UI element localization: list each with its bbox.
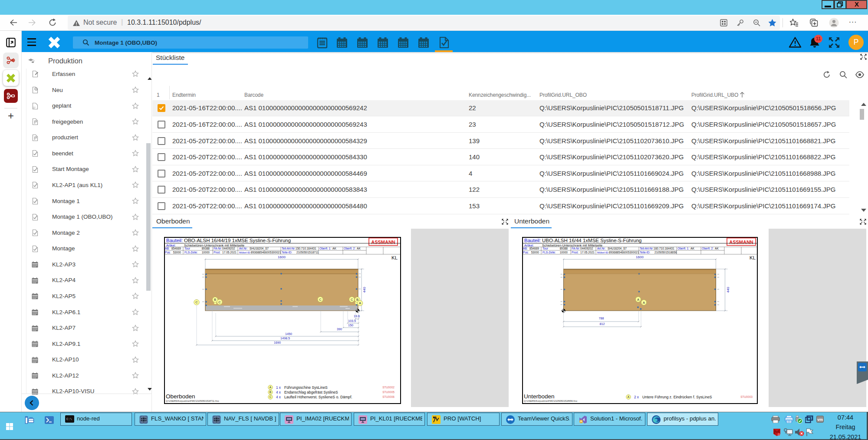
svg-text:AK: AK <box>715 247 719 250</box>
svg-text:1690: 1690 <box>274 341 281 345</box>
svg-text:Oberfl. 2:: Oberfl. 2: <box>344 247 355 250</box>
svg-text:440: 440 <box>362 287 366 293</box>
svg-text:Q:\USERS\Korpuslinie\FMC\21050: Q:\USERS\Korpuslinie\FMC\21050501518656.… <box>524 400 577 402</box>
svg-text:17.05.2021: 17.05.2021 <box>222 251 237 254</box>
svg-text:Tour: Tour <box>542 247 549 250</box>
svg-text:Bauteil:: Bauteil: <box>166 238 183 243</box>
svg-text:103.5: 103.5 <box>348 319 356 323</box>
svg-text:17.05.2021: 17.05.2021 <box>580 251 595 254</box>
svg-text:8936885466005300021: 8936885466005300021 <box>251 251 281 254</box>
svg-text:vm: vm <box>817 417 823 421</box>
svg-text:Art.Nr:: Art.Nr: <box>597 247 605 250</box>
svg-text:Schiebetüren-Unterschrank mit: Schiebetüren-Unterschrank mit Mittelseit… <box>184 243 244 247</box>
svg-text:1450: 1450 <box>285 332 292 336</box>
svg-text:04409202: 04409202 <box>580 247 593 250</box>
svg-text:Laufteil Höhenverst. SyslieneS: Laufteil Höhenverst. SyslieneS o. Dämpf. <box>284 395 352 399</box>
svg-text:21050501518711: 21050501518711 <box>296 251 319 254</box>
svg-text:788: 788 <box>599 316 604 320</box>
svg-text:AK: AK <box>690 247 694 250</box>
svg-text:AK: AK <box>332 247 336 250</box>
svg-text:FA-Nr:: FA-Nr: <box>572 247 580 250</box>
svg-text:4 x: 4 x <box>276 391 281 394</box>
svg-text:390: 390 <box>337 327 342 331</box>
svg-text:Tour: Tour <box>184 247 191 250</box>
svg-text:53000: 53000 <box>173 251 181 254</box>
svg-text:Prod:: Prod: <box>572 251 579 254</box>
svg-text:SHU16204_S7: SHU16204_S7 <box>608 247 627 250</box>
svg-text:KL: KL <box>391 255 398 260</box>
svg-text:Unterboden: Unterboden <box>524 393 555 400</box>
svg-text:854669: 854669 <box>529 247 539 250</box>
svg-text:A: A <box>359 301 361 305</box>
svg-text:2 x: 2 x <box>634 395 639 399</box>
svg-text:Pos:: Pos: <box>523 251 529 254</box>
svg-text:A: A <box>643 301 645 305</box>
svg-text:19.6: 19.6 <box>354 314 360 318</box>
svg-text:1498.5: 1498.5 <box>280 336 290 340</box>
svg-text:1 x: 1 x <box>276 386 281 390</box>
svg-text:A: A <box>270 386 272 389</box>
svg-text:Pos:: Pos: <box>165 251 171 254</box>
svg-text:A: A <box>637 298 639 302</box>
svg-text:STU0005: STU0005 <box>382 391 395 394</box>
svg-text:Bauteil:: Bauteil: <box>524 238 541 243</box>
svg-text:89388: 89388 <box>202 247 210 250</box>
svg-text:FLS-Zeile:: FLS-Zeile: <box>542 251 556 254</box>
svg-text:812: 812 <box>600 322 605 326</box>
svg-text:C: C <box>319 298 322 302</box>
svg-text:1600: 1600 <box>636 255 644 259</box>
svg-text:Teil-Art-Nr:: Teil-Art-Nr: <box>282 247 296 250</box>
svg-text:10000: 10000 <box>560 251 568 254</box>
svg-text:Teil-Art-Nr:: Teil-Art-Nr: <box>640 247 654 250</box>
svg-text:440: 440 <box>726 287 730 293</box>
svg-text:Oberfl. 2:: Oberfl. 2: <box>702 247 713 250</box>
svg-text:C: C <box>351 298 353 302</box>
svg-text:Führungsschine SysLineS: Führungsschine SysLineS <box>284 385 328 390</box>
svg-text:OBO-ALSH 16/44/19 1xMSE Syslin: OBO-ALSH 16/44/19 1xMSE Sysline-S-Führun… <box>184 238 291 243</box>
svg-text:C: C <box>270 395 272 398</box>
svg-text:Oberboden: Oberboden <box>166 393 195 400</box>
svg-text:STU0002: STU0002 <box>382 386 395 389</box>
svg-text:150: 150 <box>348 323 353 327</box>
svg-text:Endanschlag abgefräst SyslineS: Endanschlag abgefräst SyslineS <box>284 390 338 394</box>
svg-text:Oberfl. 1:: Oberfl. 1: <box>677 247 689 250</box>
svg-text:AK: AK <box>357 247 361 250</box>
svg-text:Prod:: Prod: <box>214 251 220 254</box>
svg-text:53000: 53000 <box>531 251 539 254</box>
svg-text:B: B <box>214 298 216 302</box>
svg-text:SHU16204_S7: SHU16204_S7 <box>250 247 269 250</box>
svg-text:Oberfl. 1:: Oberfl. 1: <box>319 247 331 250</box>
svg-text:21050501518656: 21050501518656 <box>654 251 677 254</box>
svg-text:Möbel-ID:: Möbel-ID: <box>597 251 609 254</box>
svg-text:AB:: AB: <box>523 247 528 250</box>
svg-text:UBO-ALSH 16/44 1xMSE Sysline-S: UBO-ALSH 16/44 1xMSE Sysline-S-Führung <box>542 238 641 243</box>
svg-text:Teile-ID:: Teile-ID: <box>282 251 292 254</box>
svg-text:A: A <box>628 395 630 398</box>
svg-text:Art.Nr:: Art.Nr: <box>239 247 247 250</box>
svg-text:C:\: C:\ <box>66 417 72 421</box>
svg-text:B: B <box>270 391 271 394</box>
svg-text:04409202: 04409202 <box>222 247 235 250</box>
svg-text:1600: 1600 <box>278 255 286 259</box>
svg-text:FLS-Zeile:: FLS-Zeile: <box>184 251 198 254</box>
svg-text:C: C <box>195 300 198 304</box>
svg-text:STU0006: STU0006 <box>382 395 395 398</box>
svg-text:10000: 10000 <box>202 251 210 254</box>
svg-text:89388: 89388 <box>560 247 568 250</box>
svg-text:150.710.164431: 150.710.164431 <box>296 247 316 250</box>
svg-text:C: C <box>218 300 221 304</box>
svg-text:8936885466005300021: 8936885466005300021 <box>609 251 639 254</box>
svg-text:Q:\USERS\Korpuslinie\FMC\21050: Q:\USERS\Korpuslinie\FMC\21050501518711.… <box>166 400 219 402</box>
svg-text:STU0003: STU0003 <box>740 395 753 398</box>
svg-text:Teile-ID:: Teile-ID: <box>640 251 650 254</box>
svg-text:Schiebetüren-Unterschrank mit: Schiebetüren-Unterschrank mit Mittelseit… <box>542 243 602 247</box>
svg-text:160.710.164431: 160.710.164431 <box>654 247 674 250</box>
svg-text:AB:: AB: <box>165 247 170 250</box>
svg-text:KL: KL <box>750 255 756 260</box>
svg-text:854669: 854669 <box>171 247 181 250</box>
svg-text:Untere Führung z. Eindrücken f: Untere Führung z. Eindrücken f. SysLineS <box>642 395 712 399</box>
svg-text:4 x: 4 x <box>276 395 281 399</box>
svg-text:ASSMANN: ASSMANN <box>371 240 395 245</box>
svg-text:FA-Nr:: FA-Nr: <box>214 247 222 250</box>
svg-text:Artikel:: Artikel: <box>524 243 534 247</box>
